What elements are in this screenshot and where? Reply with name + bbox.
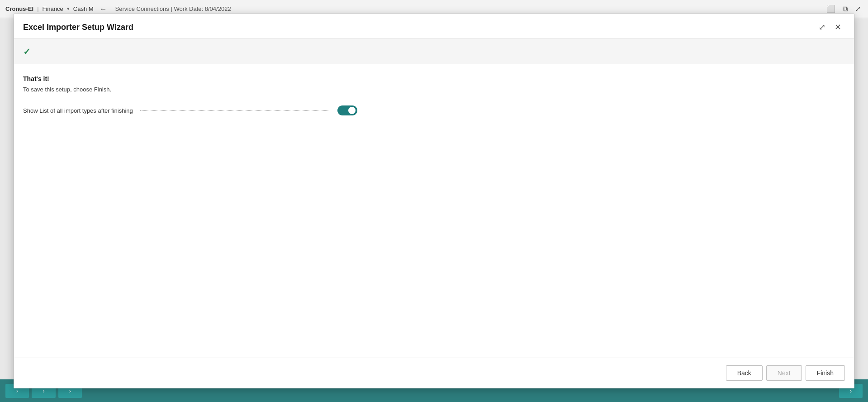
dialog-close-button[interactable]: ✕ — [831, 21, 845, 33]
app-bar-icons: ⬜ ⧉ ⤢ — [825, 3, 863, 15]
app-nav-finance[interactable]: Finance — [43, 5, 63, 12]
mobile-view-icon[interactable]: ⬜ — [825, 3, 837, 15]
toggle-row: Show List of all import types after fini… — [23, 105, 845, 115]
external-link-icon[interactable]: ⧉ — [841, 3, 849, 15]
next-button[interactable]: Next — [766, 365, 802, 381]
app-sep: | — [37, 5, 38, 12]
dotted-separator — [140, 110, 330, 111]
chevron-down-icon: ▾ — [67, 6, 70, 12]
dialog-footer: Back Next Finish — [14, 358, 854, 388]
dialog-title: Excel Importer Setup Wizard — [23, 23, 133, 32]
app-nav-cashm[interactable]: Cash M — [73, 5, 94, 12]
show-import-types-toggle[interactable] — [337, 105, 357, 115]
app-title: Cronus-EI — [5, 5, 33, 12]
expand-icon[interactable]: ⤢ — [853, 3, 863, 15]
content-subtitle: To save this setup, choose Finish. — [23, 86, 845, 93]
checkmark-icon: ✓ — [23, 47, 31, 57]
toggle-slider — [337, 105, 357, 115]
dialog-header: Excel Importer Setup Wizard ⤢ ✕ — [14, 14, 854, 39]
finish-button[interactable]: Finish — [806, 365, 845, 381]
service-connection-text: Service Connections | Work Date: 8/04/20… — [115, 5, 231, 12]
content-title: That's it! — [23, 75, 845, 82]
back-button[interactable]: Back — [726, 365, 763, 381]
toggle-label: Show List of all import types after fini… — [23, 107, 133, 114]
dialog-content: That's it! To save this setup, choose Fi… — [14, 64, 854, 358]
dialog-header-actions: ⤢ ✕ — [815, 21, 845, 33]
check-banner: ✓ — [14, 39, 854, 64]
dialog-expand-button[interactable]: ⤢ — [815, 21, 829, 33]
excel-importer-wizard-dialog: Excel Importer Setup Wizard ⤢ ✕ ✓ That's… — [14, 14, 854, 388]
